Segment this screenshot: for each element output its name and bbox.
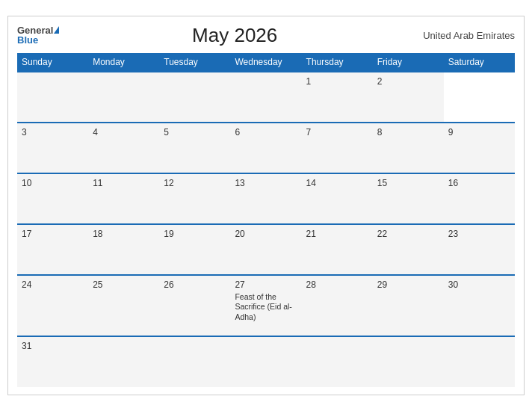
event-text: Feast of the Sacrifice (Eid al-Adha): [235, 292, 297, 323]
calendar-cell: 7: [302, 123, 373, 173]
calendar-cell: [230, 72, 301, 123]
day-number: 18: [93, 229, 155, 239]
calendar-cell: 21: [302, 224, 373, 275]
day-number: 20: [235, 229, 297, 239]
calendar-cell: 2: [373, 72, 444, 123]
day-number: 13: [235, 178, 297, 188]
day-number: 12: [164, 178, 226, 188]
week-row-3: 17181920212223: [17, 224, 515, 275]
day-number: 1: [306, 76, 368, 87]
calendar-cell: 25: [88, 275, 159, 337]
day-number: 3: [22, 127, 84, 137]
calendar-cell: 27Feast of the Sacrifice (Eid al-Adha): [230, 275, 301, 337]
day-number: 23: [448, 229, 510, 239]
calendar-cell: [230, 336, 301, 387]
logo-triangle-icon: [54, 26, 59, 34]
country-label: United Arab Emirates: [410, 30, 515, 41]
calendar-header: General Blue May 2026 United Arab Emirat…: [17, 24, 515, 47]
week-row-1: 3456789: [17, 123, 515, 173]
calendar-cell: [444, 336, 515, 387]
week-row-0: 12: [17, 72, 515, 123]
day-number: 6: [235, 127, 297, 137]
calendar-cell: 26: [159, 275, 230, 337]
day-number: 22: [377, 229, 439, 239]
day-number: 31: [22, 341, 84, 351]
calendar-cell: 22: [373, 224, 444, 275]
calendar-cell: 3: [17, 123, 88, 173]
calendar-cell: 29: [373, 275, 444, 337]
day-number: 14: [306, 178, 368, 188]
day-number: 24: [22, 279, 84, 290]
calendar-cell: 19: [159, 224, 230, 275]
calendar-cell: 1: [302, 72, 373, 123]
day-number: 27: [235, 279, 297, 290]
weekday-header-monday: Monday: [88, 53, 159, 72]
calendar-cell: 31: [17, 336, 88, 387]
week-row-5: 31: [17, 336, 515, 387]
calendar-cell: 8: [373, 123, 444, 173]
calendar-cell: 20: [230, 224, 301, 275]
calendar-cell: 16: [444, 173, 515, 224]
day-number: 26: [164, 279, 226, 290]
calendar-cell: 17: [17, 224, 88, 275]
calendar-cell: [302, 336, 373, 387]
calendar-cell: [373, 336, 444, 387]
weekday-header-row: SundayMondayTuesdayWednesdayThursdayFrid…: [17, 53, 515, 72]
weekday-header-tuesday: Tuesday: [159, 53, 230, 72]
day-number: 19: [164, 229, 226, 239]
calendar-cell: 5: [159, 123, 230, 173]
month-title: May 2026: [59, 24, 410, 47]
calendar-cell: 4: [88, 123, 159, 173]
calendar-cell: [88, 72, 159, 123]
weekday-header-wednesday: Wednesday: [230, 53, 301, 72]
calendar-cell: [159, 336, 230, 387]
day-number: 7: [306, 127, 368, 137]
calendar-cell: 6: [230, 123, 301, 173]
calendar-cell: 28: [302, 275, 373, 337]
calendar-cell: 12: [159, 173, 230, 224]
calendar-cell: [88, 336, 159, 387]
calendar-wrapper: General Blue May 2026 United Arab Emirat…: [7, 16, 525, 396]
day-number: 5: [164, 127, 226, 137]
day-number: 16: [448, 178, 510, 188]
calendar-cell: 18: [88, 224, 159, 275]
logo-blue-text: Blue: [17, 35, 38, 45]
calendar-cell: [17, 72, 88, 123]
day-number: 25: [93, 279, 155, 290]
calendar-cell: 13: [230, 173, 301, 224]
day-number: 17: [22, 229, 84, 239]
day-number: 2: [377, 76, 439, 87]
calendar-table: SundayMondayTuesdayWednesdayThursdayFrid…: [17, 53, 515, 388]
calendar-cell: 11: [88, 173, 159, 224]
day-number: 30: [448, 279, 510, 290]
calendar-cell: 15: [373, 173, 444, 224]
weekday-header-sunday: Sunday: [17, 53, 88, 72]
calendar-cell: 23: [444, 224, 515, 275]
day-number: 9: [448, 127, 510, 137]
calendar-cell: 24: [17, 275, 88, 337]
day-number: 11: [93, 178, 155, 188]
week-row-4: 24252627Feast of the Sacrifice (Eid al-A…: [17, 275, 515, 337]
day-number: 4: [93, 127, 155, 137]
day-number: 28: [306, 279, 368, 290]
logo: General Blue: [17, 25, 59, 45]
calendar-cell: 30: [444, 275, 515, 337]
calendar-cell: [159, 72, 230, 123]
day-number: 15: [377, 178, 439, 188]
day-number: 10: [22, 178, 84, 188]
day-number: 29: [377, 279, 439, 290]
calendar-cell: 9: [444, 123, 515, 173]
day-number: 21: [306, 229, 368, 239]
weekday-header-saturday: Saturday: [444, 53, 515, 72]
weekday-header-thursday: Thursday: [302, 53, 373, 72]
week-row-2: 10111213141516: [17, 173, 515, 224]
calendar-cell: 10: [17, 173, 88, 224]
day-number: 8: [377, 127, 439, 137]
weekday-header-friday: Friday: [373, 53, 444, 72]
calendar-cell: 14: [302, 173, 373, 224]
